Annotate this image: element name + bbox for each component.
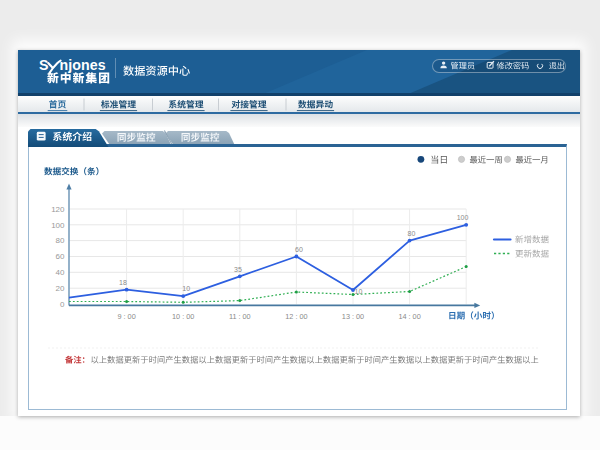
svg-text:10: 10: [182, 285, 190, 292]
svg-text:120: 120: [51, 205, 65, 214]
svg-text:80: 80: [408, 230, 416, 237]
svg-text:20: 20: [56, 284, 65, 293]
svg-text:80: 80: [56, 236, 65, 245]
svg-text:10 : 00: 10 : 00: [172, 312, 194, 321]
svg-text:40: 40: [56, 268, 65, 277]
svg-text:35: 35: [234, 266, 242, 273]
svg-text:100: 100: [457, 214, 469, 221]
svg-text:18: 18: [119, 279, 127, 286]
svg-text:9 : 00: 9 : 00: [117, 312, 135, 321]
svg-text:12 : 00: 12 : 00: [285, 312, 307, 321]
svg-text:S: S: [39, 57, 48, 73]
svg-text:njones: njones: [59, 57, 105, 73]
svg-text:100: 100: [51, 221, 65, 230]
svg-text:60: 60: [295, 246, 303, 253]
svg-text:14 : 00: 14 : 00: [398, 312, 420, 321]
svg-text:11 : 00: 11 : 00: [229, 312, 251, 321]
svg-text:60: 60: [56, 252, 65, 261]
svg-text:0: 0: [60, 300, 65, 309]
svg-text:10: 10: [355, 288, 363, 295]
svg-text:13 : 00: 13 : 00: [342, 312, 364, 321]
